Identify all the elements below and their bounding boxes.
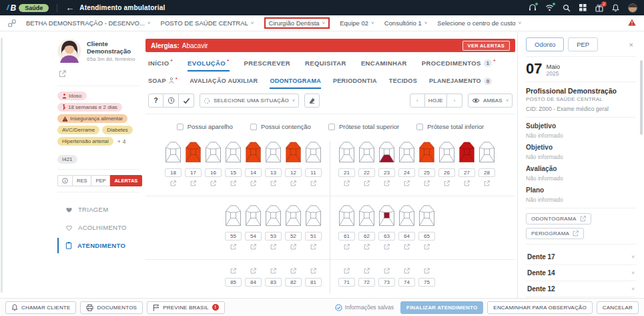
- edit-icon[interactable]: [404, 268, 410, 274]
- edit-icon[interactable]: [573, 230, 579, 236]
- tab-evolu-o[interactable]: EVOLUÇÃO*: [188, 59, 230, 71]
- checkbox-box[interactable]: [250, 124, 257, 130]
- patient-avatar[interactable]: [57, 39, 81, 63]
- tooth-shape[interactable]: [285, 204, 302, 226]
- edit-icon[interactable]: [364, 268, 370, 274]
- apps-grid-icon[interactable]: [579, 4, 587, 11]
- checkbox-pr-tese-total-inferior[interactable]: Prótese total inferior: [416, 123, 484, 130]
- edit-icon[interactable]: [270, 268, 276, 274]
- tooth-shape[interactable]: [358, 204, 375, 226]
- tooth-65[interactable]: 65: [418, 204, 436, 250]
- tooth-shape[interactable]: [338, 204, 355, 226]
- tooth-84[interactable]: 84: [244, 268, 262, 287]
- right-panel-scrollbar[interactable]: [640, 60, 643, 135]
- edit-icon[interactable]: [344, 180, 350, 186]
- documentos-button[interactable]: DOCUMENTOS: [80, 301, 143, 314]
- tooth-shape[interactable]: [458, 141, 475, 163]
- edit-icon[interactable]: [484, 180, 490, 186]
- checkbox-box[interactable]: [328, 124, 335, 130]
- tooth-shape[interactable]: [165, 141, 182, 163]
- tooth-shape[interactable]: [305, 141, 322, 163]
- notifications-bell-icon[interactable]: [612, 4, 619, 12]
- betha-logo[interactable]: // B Saúde: [7, 3, 49, 13]
- edit-icon[interactable]: [384, 180, 390, 186]
- tooth-72[interactable]: 72: [358, 268, 376, 287]
- tooth-shape[interactable]: [225, 204, 242, 226]
- tab-procedimentos[interactable]: PROCEDIMENTOS1*: [422, 59, 496, 71]
- tooth-27[interactable]: 27: [458, 141, 476, 186]
- tooth-shape[interactable]: [418, 141, 435, 163]
- patient-tag[interactable]: Diabetes: [102, 126, 133, 134]
- edit-icon[interactable]: [364, 244, 370, 250]
- tooth-16[interactable]: 16: [204, 141, 222, 186]
- tooth-24[interactable]: 24: [398, 141, 416, 186]
- accordion-dente-14[interactable]: Dente 14˅: [526, 265, 636, 281]
- help-button[interactable]: ?: [148, 94, 164, 108]
- tooth-shape[interactable]: [478, 141, 495, 163]
- tab-in-cio[interactable]: INÍCIO*: [148, 59, 173, 71]
- close-icon[interactable]: ×: [629, 41, 636, 49]
- tooth-53[interactable]: 53: [264, 204, 282, 250]
- prev-date-button[interactable]: ‹: [410, 94, 425, 108]
- subtab-planejamento[interactable]: PLANEJAMENTO0: [429, 77, 492, 89]
- edit-icon[interactable]: [344, 268, 350, 274]
- tooth-shape[interactable]: [305, 204, 322, 226]
- tooth-14[interactable]: 14: [244, 141, 262, 186]
- pep-button[interactable]: PEP: [91, 175, 110, 186]
- cancel-button[interactable]: CANCELAR: [597, 301, 639, 314]
- tooth-52[interactable]: 52: [284, 204, 302, 250]
- tooth-25[interactable]: 25: [418, 141, 436, 186]
- situation-dropdown[interactable]: SELECIONE UMA SITUAÇÃO ˅: [200, 94, 299, 108]
- tab-requisitar[interactable]: REQUISITAR: [305, 59, 346, 71]
- tooth-shape[interactable]: [225, 141, 242, 163]
- forward-observation-button[interactable]: ENCAMINHAR PARA OBSERVAÇÃO: [487, 301, 592, 314]
- edit-icon[interactable]: [384, 244, 390, 250]
- periograma-open-button[interactable]: PERIOGRAMA: [526, 228, 584, 239]
- edit-icon[interactable]: [310, 268, 316, 274]
- summary-tab-odonto[interactable]: Odonto: [526, 37, 564, 51]
- context-warning-icon[interactable]: [628, 19, 636, 27]
- checkbox-pr-tese-total-superior[interactable]: Prótese total superior: [328, 123, 399, 130]
- tooth-85[interactable]: 85: [224, 268, 242, 287]
- tooth-51[interactable]: 51: [304, 204, 322, 250]
- context-item-1[interactable]: BETHA DEMONSTRAÇÃO - DESENVO...˅: [26, 19, 151, 27]
- tooth-74[interactable]: 74: [398, 268, 416, 287]
- edit-icon[interactable]: [59, 70, 66, 77]
- edit-icon[interactable]: [270, 244, 276, 250]
- tooth-shape[interactable]: [245, 204, 262, 226]
- context-item-4[interactable]: Equipe 02˅: [340, 19, 374, 27]
- tooth-18[interactable]: 18: [164, 141, 182, 186]
- tooth-71[interactable]: 71: [338, 268, 356, 287]
- tooth-61[interactable]: 61: [338, 204, 356, 250]
- odontograma-open-button[interactable]: ODONTOGRAMA: [526, 213, 591, 224]
- dentition-view-dropdown[interactable]: AMBAS ˅: [468, 94, 513, 108]
- summary-tab-pep[interactable]: PEP: [568, 37, 598, 51]
- tooth-75[interactable]: 75: [418, 268, 436, 287]
- edit-icon[interactable]: [250, 180, 256, 186]
- previne-brasil-button[interactable]: PREVINE BRASIL!: [147, 301, 225, 314]
- edit-icon[interactable]: [310, 244, 316, 250]
- finish-attendance-button[interactable]: FINALIZAR ATENDIMENTO: [400, 301, 483, 314]
- tooth-15[interactable]: 15: [224, 141, 242, 186]
- info-button[interactable]: [57, 175, 73, 186]
- tooth-shape[interactable]: [378, 204, 395, 226]
- tab-prescrever[interactable]: PRESCREVER: [244, 59, 290, 71]
- more-tags-link[interactable]: + 4: [116, 138, 127, 145]
- subtab-soap[interactable]: SOAP*: [148, 77, 178, 89]
- gift-icon[interactable]: 2: [595, 4, 603, 12]
- tooth-shape[interactable]: [245, 141, 262, 163]
- edit-patient-icon[interactable]: [59, 68, 140, 80]
- tooth-81[interactable]: 81: [304, 268, 322, 287]
- tooth-26[interactable]: 26: [438, 141, 456, 186]
- accordion-dente-17[interactable]: Dente 17˅: [526, 249, 636, 265]
- tooth-62[interactable]: 62: [358, 204, 376, 250]
- patient-tag[interactable]: Hipertensão arterial: [57, 137, 113, 146]
- subtab-tecidos[interactable]: TECIDOS: [389, 77, 417, 89]
- edit-icon[interactable]: [364, 180, 370, 186]
- tooth-82[interactable]: 82: [284, 268, 302, 287]
- tooth-shape[interactable]: [265, 141, 282, 163]
- tooth-13[interactable]: 13: [264, 141, 282, 186]
- edit-icon[interactable]: [464, 180, 470, 186]
- search-icon[interactable]: [563, 4, 571, 12]
- edit-icon[interactable]: [404, 244, 410, 250]
